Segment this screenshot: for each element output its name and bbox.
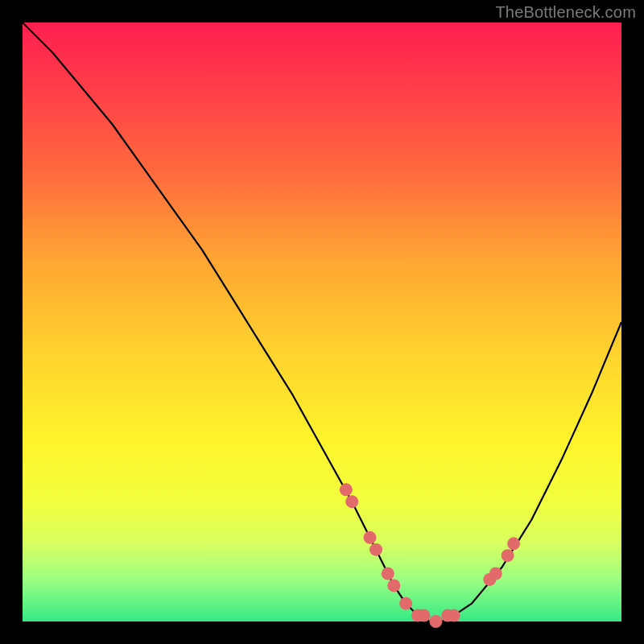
curve-marker [387,579,400,592]
watermark-text: TheBottleneck.com [495,3,636,22]
curve-marker [399,597,412,610]
curve-marker [418,609,431,622]
curve-marker [345,495,358,508]
curve-marker [429,615,442,628]
curve-marker [369,543,382,556]
curve-marker [502,549,514,562]
bottleneck-curve-line [23,23,621,621]
curve-marker [448,609,460,622]
curve-marker [340,483,353,496]
curve-marker [364,531,377,544]
chart-plot-area [23,23,621,621]
curve-marker [507,537,520,550]
bottleneck-curve-svg [23,23,621,621]
curve-marker [489,568,502,580]
curve-marker [382,568,394,580]
